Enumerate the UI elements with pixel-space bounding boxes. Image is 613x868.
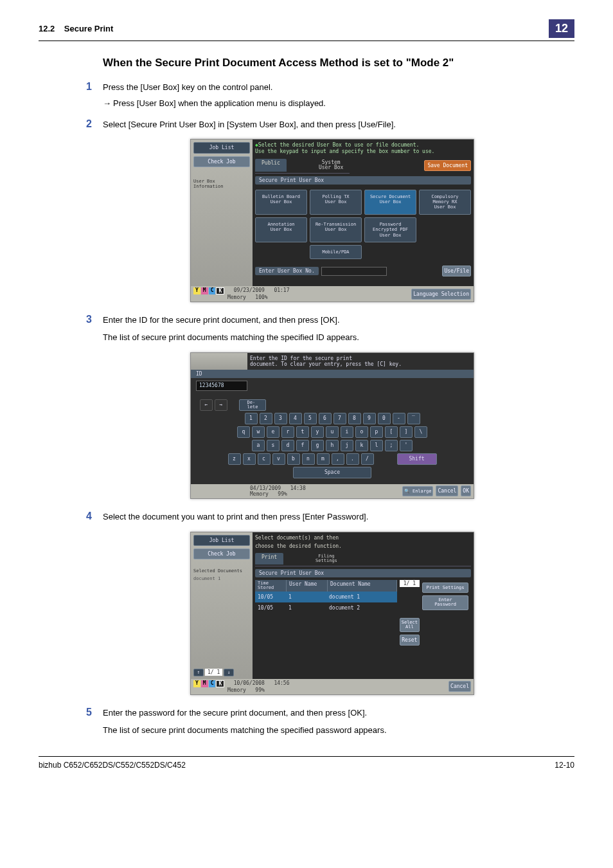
cell-bulletin-board[interactable]: Bulletin Board User Box	[255, 190, 307, 215]
step-1-number: 1	[86, 81, 103, 111]
toner-k-icon: K	[216, 680, 224, 687]
key-k[interactable]: k	[355, 440, 368, 451]
hint-line2: Use the keypad to input and specify the …	[255, 149, 434, 154]
key-m[interactable]: m	[317, 453, 330, 465]
key-7[interactable]: 7	[333, 413, 346, 424]
key-h[interactable]: h	[326, 440, 339, 451]
tab-system-user-box[interactable]: System User Box	[312, 159, 350, 172]
ok-button[interactable]: OK	[461, 485, 471, 496]
space-key[interactable]: Space	[293, 467, 371, 478]
key-c[interactable]: c	[258, 453, 271, 465]
key-semicolon[interactable]: ;	[385, 440, 398, 451]
shift-key[interactable]: Shift	[397, 453, 437, 465]
toner-y-icon: Y	[193, 287, 200, 294]
enlarge-button[interactable]: 🔍 Enlarge	[402, 486, 434, 496]
key-b[interactable]: b	[287, 453, 300, 465]
check-job-button-3[interactable]: Check Job	[193, 548, 250, 559]
use-file-button[interactable]: Use/File	[442, 266, 471, 276]
key-e[interactable]: e	[267, 426, 280, 438]
key-y[interactable]: y	[311, 426, 324, 438]
key-d[interactable]: d	[281, 440, 294, 451]
cancel-button-3[interactable]: Cancel	[449, 681, 471, 692]
key-4[interactable]: 4	[289, 413, 302, 424]
key-0[interactable]: 0	[378, 413, 391, 424]
key-comma[interactable]: ,	[332, 453, 344, 465]
delete-key[interactable]: De- lete	[239, 399, 266, 411]
key-u[interactable]: u	[326, 426, 339, 438]
key-t[interactable]: t	[296, 426, 309, 438]
toner-y-icon: Y	[193, 680, 200, 687]
toner-m-icon: M	[201, 287, 208, 294]
toner-c-icon: C	[209, 287, 216, 294]
key-w[interactable]: w	[252, 426, 265, 438]
hint-line1: Select the desired User Box to use or fi…	[258, 142, 419, 148]
kb-row-3: a s d f g h j k l ; '	[195, 440, 470, 451]
key-rbracket[interactable]: ]	[400, 426, 413, 438]
print-settings-button[interactable]: Print Settings	[422, 583, 468, 593]
cell-compulsory-memory-rx[interactable]: Compulsory Memory RX User Box	[419, 190, 471, 215]
key-slash[interactable]: /	[361, 453, 374, 465]
user-box-no-input[interactable]	[321, 267, 387, 276]
key-j[interactable]: j	[341, 440, 353, 451]
key-backslash[interactable]: \	[414, 426, 427, 438]
key-a[interactable]: a	[252, 440, 265, 451]
key-quote[interactable]: '	[400, 440, 413, 451]
selected-documents-label: Selected Documents	[193, 568, 250, 574]
enter-password-button[interactable]: Enter Password	[422, 595, 468, 610]
key-x[interactable]: x	[243, 453, 256, 465]
key-tilde[interactable]: ‾	[407, 413, 420, 424]
save-document-button[interactable]: Save Document	[424, 160, 471, 171]
id-input[interactable]: 12345678	[196, 381, 247, 391]
cursor-left-key[interactable]: ←	[200, 399, 213, 411]
table-row[interactable]: 10/05 1 document 1	[255, 592, 397, 602]
key-r[interactable]: r	[281, 426, 294, 438]
key-z[interactable]: z	[228, 453, 241, 465]
cancel-button[interactable]: Cancel	[436, 485, 458, 496]
key-i[interactable]: i	[341, 426, 353, 438]
cell-polling-tx[interactable]: Polling TX User Box	[310, 190, 362, 215]
dl-status-pct: 99%	[255, 687, 264, 693]
page-down-button[interactable]: ↓	[224, 669, 234, 676]
language-selection-button[interactable]: Language Selection	[411, 289, 471, 300]
table-row[interactable]: 10/05 1 document 2	[255, 602, 397, 613]
key-o[interactable]: o	[355, 426, 368, 438]
key-6[interactable]: 6	[319, 413, 332, 424]
job-list-button-3[interactable]: Job List	[193, 535, 250, 547]
footer-model: bizhub C652/C652DS/C552/C552DS/C452	[39, 761, 186, 770]
key-g[interactable]: g	[311, 440, 324, 451]
cell-annotation[interactable]: Annotation User Box	[255, 217, 307, 242]
key-3[interactable]: 3	[274, 413, 287, 424]
cell-mobile-pda[interactable]: Mobile/PDA	[310, 245, 362, 259]
tab-public[interactable]: Public	[255, 159, 287, 172]
key-1[interactable]: 1	[245, 413, 258, 424]
key-n[interactable]: n	[302, 453, 315, 465]
key-f[interactable]: f	[296, 440, 309, 451]
cell-secure-document[interactable]: Secure Document User Box	[364, 190, 416, 215]
key-q[interactable]: q	[237, 426, 250, 438]
check-job-button[interactable]: Check Job	[193, 156, 250, 167]
job-list-button[interactable]: Job List	[193, 142, 250, 154]
key-l[interactable]: l	[370, 440, 383, 451]
cell-re-transmission[interactable]: Re-Transmission User Box	[310, 217, 362, 242]
screenshot-user-box: Job List Check Job User Box Information …	[190, 139, 474, 302]
key-v[interactable]: v	[272, 453, 285, 465]
key-8[interactable]: 8	[348, 413, 361, 424]
page-up-button[interactable]: ↑	[193, 669, 204, 676]
tab-print[interactable]: Print	[255, 553, 283, 565]
select-all-button[interactable]: Select All	[400, 618, 420, 632]
reset-button[interactable]: Reset	[400, 635, 420, 646]
cursor-right-key[interactable]: →	[215, 399, 227, 411]
key-hyphen[interactable]: -	[393, 413, 405, 424]
key-2[interactable]: 2	[260, 413, 272, 424]
key-p[interactable]: p	[370, 426, 383, 438]
tab-filing-settings[interactable]: Filing Settings	[309, 553, 344, 565]
key-9[interactable]: 9	[363, 413, 376, 424]
toner-m-icon: M	[201, 680, 208, 687]
cell-password-encrypted-pdf[interactable]: Password Encrypted PDF User Box	[364, 217, 416, 242]
key-lbracket[interactable]: [	[385, 426, 398, 438]
status-time: 01:17	[274, 287, 289, 293]
key-5[interactable]: 5	[304, 413, 317, 424]
key-period[interactable]: .	[346, 453, 359, 465]
step-3-text: Enter the ID for the secure print docume…	[103, 314, 562, 327]
key-s[interactable]: s	[267, 440, 280, 451]
